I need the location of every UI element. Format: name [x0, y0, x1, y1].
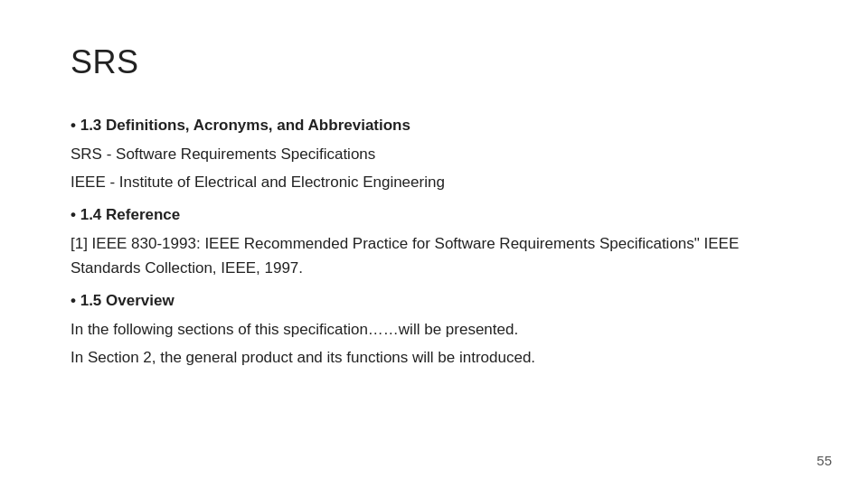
body-text-overview-2: In Section 2, the general product and it… — [71, 346, 797, 370]
section-heading-definitions: 1.3 Definitions, Acronyms, and Abbreviat… — [71, 114, 797, 137]
section-heading-overview: 1.5 Overview — [71, 289, 797, 313]
section-heading-reference: 1.4 Reference — [71, 203, 797, 227]
body-text-reference: [1] IEEE 830-1993: IEEE Recommended Prac… — [71, 232, 797, 280]
body-text-ieee-def: IEEE - Institute of Electrical and Elect… — [71, 171, 797, 194]
body-text-srs: SRS - Software Requirements Specificatio… — [71, 143, 797, 166]
slide-title: SRS — [71, 43, 797, 81]
body-text-overview-1: In the following sections of this specif… — [71, 318, 797, 342]
content-area: 1.3 Definitions, Acronyms, and Abbreviat… — [71, 114, 797, 370]
slide-container: SRS 1.3 Definitions, Acronyms, and Abbre… — [0, 0, 868, 488]
page-number: 55 — [816, 453, 832, 468]
